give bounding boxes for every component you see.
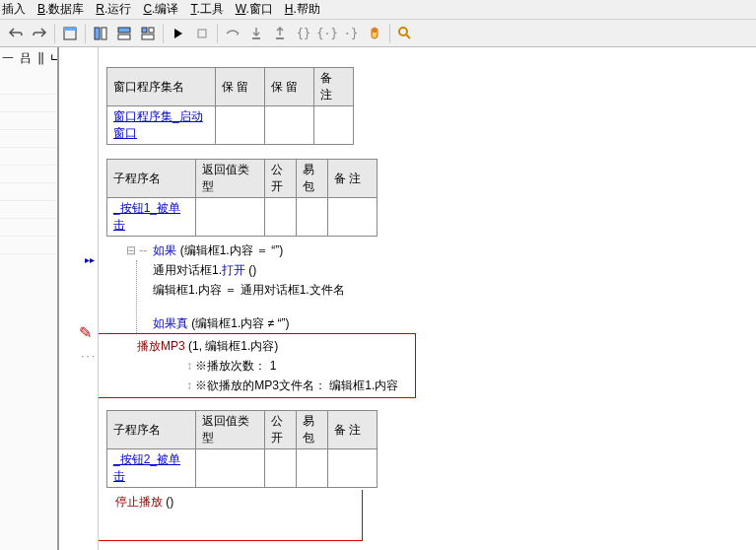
menu-tools[interactable]: T.工具	[190, 1, 223, 18]
col-remark: 备 注	[314, 68, 354, 106]
left-panel: 一 吕 ‖ ∟	[0, 47, 59, 550]
menu-insert[interactable]: 插入	[2, 1, 26, 18]
col-remark: 备 注	[328, 160, 378, 198]
play-icon[interactable]	[168, 23, 189, 44]
menu-window[interactable]: W.窗口	[236, 1, 273, 18]
pencil-marker-icon: ✎	[79, 323, 92, 342]
toolbar-separator	[163, 24, 164, 43]
tree-row[interactable]	[0, 95, 57, 112]
menu-compile[interactable]: C.编译	[143, 1, 178, 18]
toolbar-separator	[389, 24, 390, 43]
find-icon[interactable]	[394, 23, 416, 44]
highlighted-block-2: 停止播放 ()	[99, 490, 363, 541]
assembly-name-cell[interactable]: 窗口程序集_启动窗口	[107, 106, 216, 145]
layout1-icon[interactable]	[90, 23, 111, 44]
code-gutter: ▸▸ ✎ ···	[59, 47, 99, 550]
svg-rect-9	[198, 30, 206, 37]
svg-rect-2	[95, 28, 100, 39]
subroutine2-table: 子程序名 返回值类型 公开 易包 备 注 _按钮2_被单击	[106, 410, 378, 488]
svg-rect-4	[118, 28, 130, 33]
subroutine1-table: 子程序名 返回值类型 公开 易包 备 注 _按钮1_被单击	[106, 159, 378, 237]
menubar: 插入 B.数据库 R.运行 C.编译 T.工具 W.窗口 H.帮助	[0, 0, 756, 20]
left-panel-tabs[interactable]: 一 吕 ‖ ∟	[0, 47, 57, 69]
sub2-name-cell[interactable]: _按钮2_被单击	[107, 449, 196, 488]
svg-rect-6	[142, 28, 147, 33]
step-out-icon[interactable]	[269, 23, 291, 44]
tree-row[interactable]	[0, 219, 57, 237]
redo-icon[interactable]	[29, 23, 50, 44]
step-into-icon[interactable]	[245, 23, 267, 44]
left-tree	[0, 69, 57, 254]
svg-rect-1	[64, 28, 76, 31]
col-public: 公开	[265, 411, 297, 449]
step-over-icon[interactable]	[222, 23, 243, 44]
stop-icon[interactable]	[191, 23, 213, 44]
highlighted-block: 播放MP3 (1, 编辑框1.内容) ↕ ※播放次数： 1 ↕ ※欲播放的MP3…	[99, 333, 416, 398]
svg-point-12	[399, 28, 407, 35]
menu-help[interactable]: H.帮助	[285, 1, 320, 18]
menu-database[interactable]: B.数据库	[37, 1, 84, 18]
left-tab[interactable]: 吕	[20, 50, 32, 67]
col-easypkg: 易包	[297, 411, 328, 449]
brace-right-icon[interactable]: ·}	[340, 23, 362, 44]
code-area[interactable]: 窗口程序集名 保 留 保 留 备 注 窗口程序集_启动窗口 子程序名 返回值类型…	[99, 47, 756, 550]
tree-row[interactable]	[0, 112, 57, 130]
svg-rect-10	[252, 37, 260, 39]
form-view-icon[interactable]	[59, 23, 81, 44]
left-tab[interactable]: ‖	[37, 51, 44, 65]
left-tab[interactable]: 一	[2, 50, 14, 67]
svg-rect-5	[118, 34, 130, 39]
col-remark: 备 注	[328, 411, 378, 449]
code-block-1[interactable]: ⊟ -- 如果 (编辑框1.内容 ＝ “”) 通用对话框1.打开 () 编辑框1…	[126, 241, 748, 398]
tree-row[interactable]	[0, 166, 57, 183]
brace-left-icon[interactable]: {}	[293, 23, 314, 44]
tree-row[interactable]	[0, 130, 57, 148]
current-line-marker-icon: ▸▸	[85, 254, 95, 265]
svg-rect-11	[276, 37, 284, 39]
brace-step-icon[interactable]: {·}	[316, 23, 338, 44]
col-public: 公开	[265, 160, 297, 198]
tree-row[interactable]	[0, 183, 57, 201]
toolbar-separator	[54, 24, 55, 43]
undo-icon[interactable]	[5, 23, 27, 44]
main-area: 一 吕 ‖ ∟ ▸▸ ✎ ··· 窗口程序集名 保 留	[0, 47, 756, 550]
col-sub-name: 子程序名	[107, 411, 196, 449]
col-return-type: 返回值类型	[196, 160, 265, 198]
col-sub-name: 子程序名	[107, 160, 196, 198]
tree-row[interactable]	[0, 77, 57, 95]
dots-marker-icon: ···	[81, 349, 97, 363]
toolbar-separator	[85, 24, 86, 43]
assembly-table: 窗口程序集名 保 留 保 留 备 注 窗口程序集_启动窗口	[106, 67, 354, 145]
tree-row[interactable]	[0, 148, 57, 166]
left-tab[interactable]: ∟	[50, 51, 57, 65]
col-assembly-name: 窗口程序集名	[107, 68, 216, 106]
sub2-group: 子程序名 返回值类型 公开 易包 备 注 _按钮2_被单击 停止播放 ()	[106, 410, 748, 541]
svg-rect-7	[149, 28, 154, 33]
toolbar: {} {·} ·}	[0, 20, 756, 47]
layout3-icon[interactable]	[137, 23, 159, 44]
col-reserved2: 保 留	[265, 68, 314, 106]
col-easypkg: 易包	[297, 160, 328, 198]
svg-rect-3	[102, 28, 106, 39]
col-return-type: 返回值类型	[196, 411, 265, 449]
col-reserved1: 保 留	[216, 68, 265, 106]
svg-rect-8	[142, 34, 154, 39]
hand-icon[interactable]	[364, 23, 385, 44]
toolbar-separator	[217, 24, 218, 43]
tree-row[interactable]	[0, 237, 57, 254]
layout2-icon[interactable]	[113, 23, 135, 44]
menu-run[interactable]: R.运行	[96, 1, 131, 18]
sub1-name-cell[interactable]: _按钮1_被单击	[107, 198, 196, 237]
tree-row[interactable]	[0, 201, 57, 219]
